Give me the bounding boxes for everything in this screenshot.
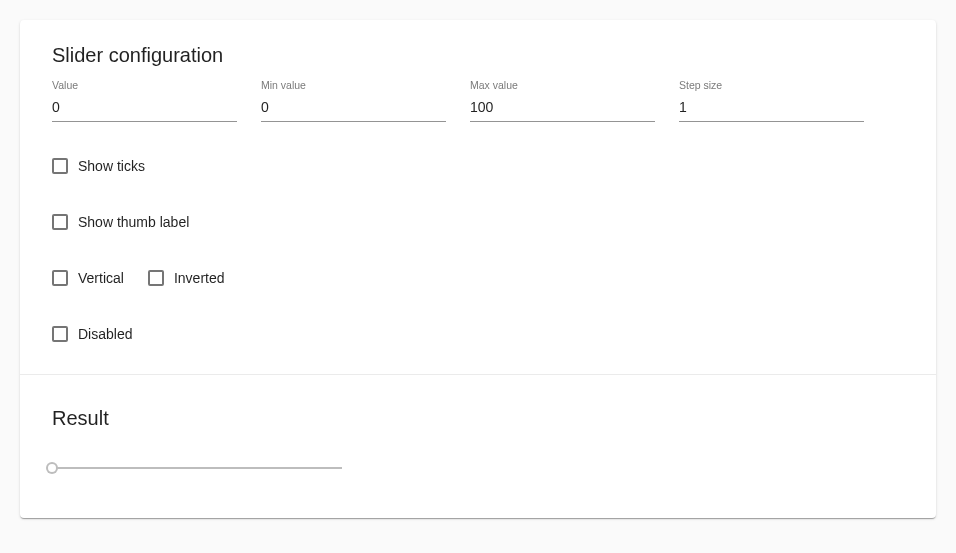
- value-label: Value: [52, 79, 78, 91]
- step-label: Step size: [679, 79, 722, 91]
- checkbox-box-icon: [52, 270, 68, 286]
- show-ticks-checkbox[interactable]: Show ticks: [52, 158, 145, 174]
- show-thumb-label-label: Show thumb label: [78, 214, 189, 230]
- slider-thumb[interactable]: [46, 462, 58, 474]
- checkbox-box-icon: [148, 270, 164, 286]
- config-section: Slider configuration Value Min value Max…: [20, 20, 936, 374]
- step-field: Step size: [679, 79, 864, 122]
- show-thumb-label-checkbox[interactable]: Show thumb label: [52, 214, 189, 230]
- checkbox-box-icon: [52, 158, 68, 174]
- disabled-checkbox[interactable]: Disabled: [52, 326, 132, 342]
- inverted-checkbox[interactable]: Inverted: [148, 270, 225, 286]
- checkbox-box-icon: [52, 326, 68, 342]
- vertical-checkbox[interactable]: Vertical: [52, 270, 124, 286]
- max-input[interactable]: [470, 95, 655, 122]
- value-field: Value: [52, 79, 237, 122]
- min-field: Min value: [261, 79, 446, 122]
- max-label: Max value: [470, 79, 518, 91]
- slider-track: [52, 467, 342, 469]
- min-input[interactable]: [261, 95, 446, 122]
- slider-config-card: Slider configuration Value Min value Max…: [20, 20, 936, 518]
- disabled-label: Disabled: [78, 326, 132, 342]
- value-input[interactable]: [52, 95, 237, 122]
- checkbox-group: Show ticks Show thumb label Vertical Inv…: [52, 158, 904, 342]
- result-section: Result: [20, 375, 936, 518]
- config-title: Slider configuration: [52, 44, 904, 67]
- step-input[interactable]: [679, 95, 864, 122]
- max-field: Max value: [470, 79, 655, 122]
- vertical-label: Vertical: [78, 270, 124, 286]
- input-row: Value Min value Max value Step size: [52, 79, 904, 122]
- result-slider[interactable]: [52, 458, 342, 478]
- inverted-label: Inverted: [174, 270, 225, 286]
- show-ticks-label: Show ticks: [78, 158, 145, 174]
- result-title: Result: [52, 407, 904, 430]
- min-label: Min value: [261, 79, 306, 91]
- checkbox-box-icon: [52, 214, 68, 230]
